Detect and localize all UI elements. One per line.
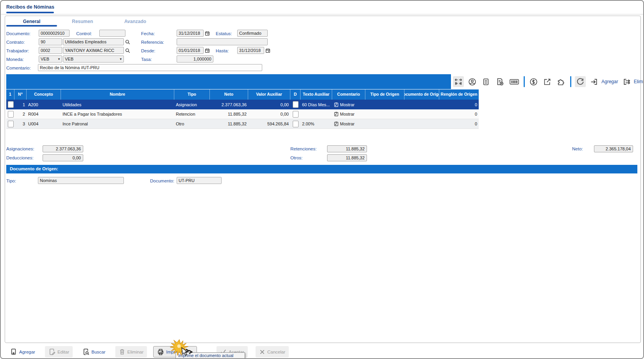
documento-field[interactable]: 0000002910 xyxy=(39,30,70,37)
otros-label: Otros: xyxy=(290,155,302,160)
mostrar-comment-link[interactable]: Mostrar xyxy=(332,111,365,117)
printer-icon xyxy=(157,348,164,355)
table-header-row: 1 N° Concepto Nombre Tipo Neto Valor Aux… xyxy=(6,89,479,100)
d-checkbox[interactable] xyxy=(293,111,299,118)
barcode-icon[interactable] xyxy=(508,77,520,87)
currency-icon[interactable] xyxy=(528,77,539,87)
conceptos-table: 1 N° Concepto Nombre Tipo Neto Valor Aux… xyxy=(6,89,479,129)
row-select-checkbox[interactable] xyxy=(8,101,14,108)
action-bar: Agregar Editar Buscar Eliminar Imprimir … xyxy=(5,345,641,358)
toolbar-separator xyxy=(524,76,525,87)
referencia-field[interactable] xyxy=(177,38,268,45)
referencia-label: Referencia: xyxy=(141,40,164,45)
recibos-de-nominas-window: Recibos de Nóminas General Resumen Avanz… xyxy=(0,0,644,359)
eliminar-button[interactable]: Eliminar xyxy=(115,346,147,357)
tab-avanzado[interactable]: Avanzado xyxy=(108,17,163,27)
row-select-checkbox[interactable] xyxy=(8,111,14,118)
cancelar-button[interactable]: Cancelar xyxy=(256,346,289,357)
active-tab-underline xyxy=(6,25,57,27)
buscar-button[interactable]: Buscar xyxy=(79,346,109,357)
contrato-name-field[interactable]: Utilidades Empleados xyxy=(63,38,124,45)
mouse-cursor xyxy=(169,338,200,359)
origen-tipo-field: Nominas xyxy=(38,177,124,184)
control-field[interactable] xyxy=(99,30,125,37)
grid-agregar-button[interactable]: Agregar xyxy=(601,79,618,84)
origen-documento-label: Documento: xyxy=(150,179,174,183)
worker-profile-icon[interactable] xyxy=(467,77,478,87)
table-row[interactable]: 3 U004 Ince Patronal Otro 11.885,32 594.… xyxy=(6,119,479,129)
mostrar-comment-link[interactable]: Mostrar xyxy=(332,121,365,127)
title-divider xyxy=(1,14,643,14)
otros-total-field: 11.885,32 xyxy=(327,154,367,161)
fit-columns-button[interactable] xyxy=(453,76,464,87)
retenciones-total-field: 11.885,32 xyxy=(327,145,367,152)
title-underline xyxy=(6,12,54,13)
refresh-icon[interactable] xyxy=(575,76,586,87)
contrato-code-field[interactable]: 90 xyxy=(39,38,62,45)
add-document-icon xyxy=(10,348,17,355)
dropdown-arrow-icon: ▼ xyxy=(57,57,61,61)
add-document-icon[interactable] xyxy=(494,76,505,87)
deducciones-label: Deducciones: xyxy=(6,155,34,160)
table-row[interactable]: 1 A200 Utilidades Asignacion 2.377.063,3… xyxy=(6,100,479,109)
contrato-search-icon[interactable] xyxy=(124,38,131,45)
fecha-calendar-icon[interactable] xyxy=(204,30,210,37)
trabajador-search-icon[interactable] xyxy=(124,47,131,54)
desde-label: Desde: xyxy=(141,48,155,53)
row-select-checkbox[interactable] xyxy=(8,121,14,127)
retenciones-label: Retenciones: xyxy=(290,146,317,151)
asignaciones-label: Asignaciones: xyxy=(6,146,34,151)
plugin-puzzle-icon[interactable] xyxy=(556,76,567,87)
tasa-field[interactable]: 1,000000 xyxy=(177,55,213,63)
editar-button[interactable]: Editar xyxy=(45,346,73,357)
hasta-field[interactable]: 31/12/2018 xyxy=(237,47,264,54)
tab-general[interactable]: General xyxy=(6,17,57,27)
estatus-label: Estatus: xyxy=(216,31,232,36)
dropdown-arrow-icon: ▼ xyxy=(119,57,122,61)
documento-label: Documento: xyxy=(6,31,30,36)
moneda-name-select[interactable]: VEB▼ xyxy=(63,55,124,63)
comentario-field[interactable]: Recibo de la Nómina #UT-PRU xyxy=(38,64,262,71)
toolbar-separator xyxy=(570,76,571,87)
desde-calendar-icon[interactable] xyxy=(204,47,210,54)
comentario-label: Comentario: xyxy=(6,66,31,70)
deducciones-total-field: 0,00 xyxy=(43,154,83,161)
d-checkbox[interactable] xyxy=(293,101,299,108)
moneda-code-select[interactable]: VEB▼ xyxy=(39,55,62,63)
comment-note-icon xyxy=(334,111,339,117)
desde-field[interactable]: 01/01/2018 xyxy=(177,47,204,54)
add-row-icon[interactable] xyxy=(589,77,599,87)
contrato-label: Contrato: xyxy=(6,40,25,45)
remove-row-icon[interactable] xyxy=(621,77,632,87)
document-detail-icon[interactable] xyxy=(481,77,491,87)
grid-toolbar: Agregar Eliminar xyxy=(451,74,644,89)
hasta-label: Hasta: xyxy=(216,48,229,53)
external-link-icon[interactable] xyxy=(542,77,553,87)
close-icon xyxy=(259,349,265,355)
tab-resumen[interactable]: Resumen xyxy=(57,17,108,27)
asignaciones-total-field: 2.377.063,36 xyxy=(43,145,83,152)
estatus-field: Confirmado xyxy=(237,30,268,37)
comment-note-icon xyxy=(334,121,339,127)
edit-document-icon xyxy=(48,348,55,355)
table-row[interactable]: 2 R004 INCE a Pagar los Trabajadores Ret… xyxy=(6,109,479,119)
hasta-calendar-icon[interactable] xyxy=(265,47,271,54)
trabajador-label: Trabajador: xyxy=(6,48,29,53)
neto-label: Neto: xyxy=(572,146,583,151)
trabajador-code-field[interactable]: 0002 xyxy=(39,47,62,54)
origen-documento-field: UT-PRU xyxy=(177,177,222,184)
tab-bar: General Resumen Avanzado xyxy=(6,17,163,27)
page-title: Recibos de Nóminas xyxy=(6,4,54,10)
moneda-label: Moneda: xyxy=(6,57,24,62)
d-checkbox[interactable] xyxy=(293,121,299,127)
trash-icon xyxy=(119,348,125,355)
origen-tipo-label: Tipo: xyxy=(6,179,16,183)
comment-note-icon xyxy=(334,102,339,107)
grid-title-band xyxy=(6,74,451,89)
mostrar-comment-link[interactable]: Mostrar xyxy=(332,102,365,107)
trabajador-name-field[interactable]: YANTONY AXIMAC RICC xyxy=(63,47,124,54)
agregar-button[interactable]: Agregar xyxy=(7,346,39,357)
fecha-field[interactable]: 31/12/2018 xyxy=(177,30,204,37)
neto-total-field: 2.365.178,04 xyxy=(594,145,633,152)
grid-eliminar-button[interactable]: Eliminar xyxy=(634,79,644,84)
